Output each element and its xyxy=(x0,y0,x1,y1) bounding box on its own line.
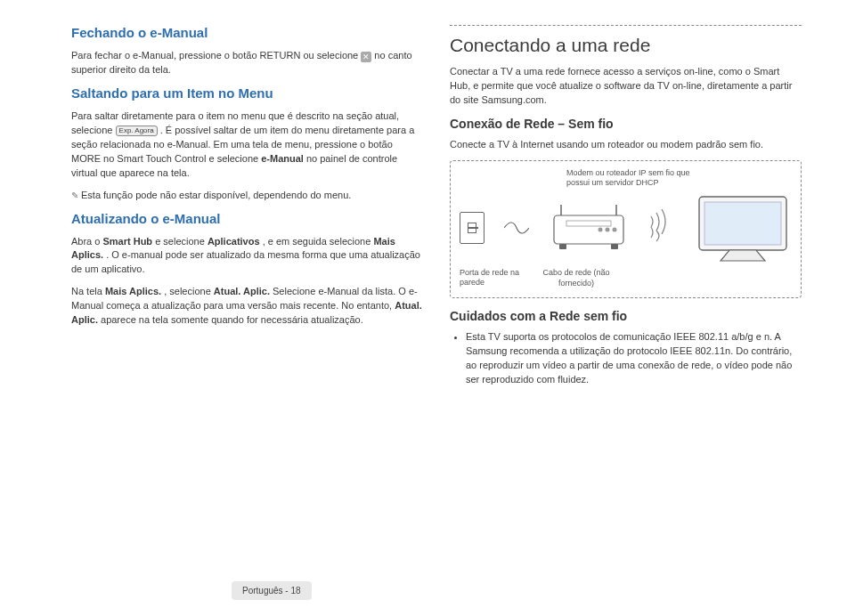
text-fragment: Na tela xyxy=(71,286,105,296)
try-now-button-illustration: Exp. Agora xyxy=(116,126,158,136)
section-divider xyxy=(450,25,802,26)
heading-wireless-care: Cuidados com a Rede sem fio xyxy=(450,309,802,323)
bold-smart-hub: Smart Hub xyxy=(102,236,152,247)
wall-port-icon xyxy=(460,212,484,244)
svg-point-8 xyxy=(598,228,602,232)
diagram-row xyxy=(460,191,792,264)
close-icon: ✕ xyxy=(361,52,371,62)
paragraph-update-a: Abra o Smart Hub e selecione Aplicativos… xyxy=(71,235,423,278)
bullet-list: Esta TV suporta os protocolos de comunic… xyxy=(450,330,802,387)
svg-point-6 xyxy=(612,228,616,232)
paragraph-close-emanual: Para fechar o e-Manual, pressione o botã… xyxy=(71,49,423,77)
left-column: Fechando o e-Manual Para fechar o e-Manu… xyxy=(71,25,423,393)
heading-jump-menu: Saltando para um Item no Menu xyxy=(71,85,423,101)
paragraph-jump-menu: Para saltar diretamente para o item no m… xyxy=(71,109,423,181)
modem-label: Modem ou roteador IP sem fio que possui … xyxy=(566,168,709,189)
text-fragment: Abra o xyxy=(71,236,102,247)
wireless-signal-icon xyxy=(647,209,674,247)
text-fragment: e selecione xyxy=(155,236,208,247)
text-fragment: . O e-manual pode ser atualizado da mesm… xyxy=(71,249,420,274)
wireless-diagram: Modem ou roteador IP sem fio que possui … xyxy=(450,160,802,298)
svg-rect-10 xyxy=(704,202,781,245)
router-container xyxy=(549,203,629,253)
svg-point-7 xyxy=(605,228,609,232)
page-number-badge: Português - 18 xyxy=(232,581,312,600)
two-column-layout: Fechando o e-Manual Para fechar o e-Manu… xyxy=(71,25,802,393)
text-fragment: , selecione xyxy=(164,286,214,296)
wall-plate-icon xyxy=(460,212,484,244)
paragraph-wireless-instr: Conecte a TV à Internet usando um rotead… xyxy=(450,138,802,152)
list-item: Esta TV suporta os protocolos de comunic… xyxy=(466,330,802,387)
router-icon xyxy=(549,203,629,253)
bold-mais-aplics-2: Mais Aplics. xyxy=(105,286,161,296)
heading-wireless: Conexão de Rede – Sem fio xyxy=(450,117,802,131)
diagram-labels-row: Porta de rede na parede Cabo de rede (nã… xyxy=(460,264,792,288)
network-jack-icon xyxy=(468,223,476,233)
heading-update-emanual: Atualizando o e-Manual xyxy=(71,211,423,226)
heading-closing-emanual: Fechando o e-Manual xyxy=(71,25,423,40)
right-column: Conectando a uma rede Conectar a TV a um… xyxy=(450,25,802,393)
heading-connect-network: Conectando a uma rede xyxy=(450,35,802,56)
svg-rect-3 xyxy=(559,244,566,249)
bold-emanual: e-Manual xyxy=(261,153,304,164)
cable-label: Cabo de rede (não fornecido) xyxy=(536,268,616,288)
text-fragment: Para fechar o e-Manual, pressione o botã… xyxy=(71,50,361,61)
paragraph-update-b: Na tela Mais Aplics. , selecione Atual. … xyxy=(71,285,423,328)
tv-icon xyxy=(694,191,792,264)
text-fragment: , e em seguida selecione xyxy=(263,236,374,247)
note-availability: Esta função pode não estar disponível, d… xyxy=(71,189,423,203)
wall-port-label: Porta de rede na parede xyxy=(460,268,522,288)
paragraph-connect-intro: Conectar a TV a uma rede fornece acesso … xyxy=(450,65,802,108)
bold-atual-aplic: Atual. Aplic. xyxy=(214,286,270,296)
document-page: Fechando o e-Manual Para fechar o e-Manu… xyxy=(0,0,855,616)
network-cable-icon xyxy=(504,219,529,237)
bold-aplicativos: Aplicativos xyxy=(208,236,260,247)
svg-rect-4 xyxy=(611,244,618,249)
text-fragment: aparece na tela somente quando for neces… xyxy=(101,314,363,325)
